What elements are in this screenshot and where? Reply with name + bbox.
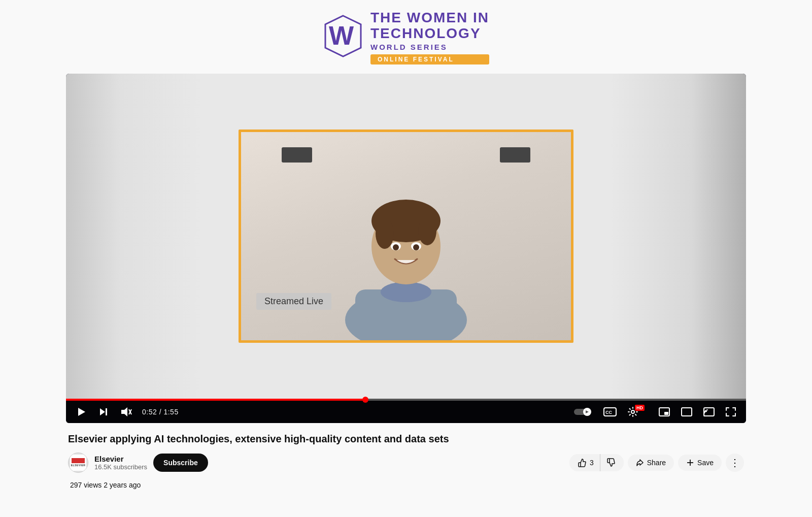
- save-icon: [686, 459, 694, 467]
- cc-icon: CC: [603, 407, 617, 417]
- logo-text-block: THE WOMEN IN TECHNOLOGY WORLD SERIES Onl…: [370, 10, 489, 64]
- elsevier-logo-top: [72, 458, 85, 463]
- svg-rect-28: [682, 408, 692, 416]
- cast-button[interactable]: [701, 405, 717, 418]
- svg-marker-15: [100, 408, 105, 415]
- view-count-text: 297 views 2 years ago: [70, 481, 141, 489]
- time-display: 0:52 / 1:55: [142, 408, 179, 416]
- hd-badge: HD: [635, 405, 645, 411]
- svg-rect-16: [106, 408, 107, 415]
- next-button[interactable]: [96, 405, 111, 419]
- logo-title-line2: TECHNOLOGY: [370, 26, 489, 42]
- save-button[interactable]: Save: [678, 455, 722, 471]
- svg-text:W: W: [329, 21, 354, 50]
- svg-marker-17: [121, 407, 127, 416]
- theater-icon: [681, 407, 692, 416]
- share-icon: [636, 459, 644, 467]
- more-options-button[interactable]: ⋮: [726, 454, 744, 472]
- theater-button[interactable]: [679, 405, 694, 418]
- share-button[interactable]: Share: [628, 455, 674, 471]
- thumbs-up-icon: [578, 458, 587, 467]
- mute-icon: [121, 407, 132, 417]
- logo-title-line1: THE WOMEN IN: [370, 10, 489, 26]
- progress-dot: [362, 397, 368, 403]
- channel-name: Elsevier: [94, 455, 147, 463]
- more-options-icon: ⋮: [730, 457, 740, 469]
- svg-point-12: [393, 244, 399, 250]
- autoplay-button[interactable]: [572, 405, 594, 419]
- next-icon: [98, 407, 109, 417]
- video-info: Elsevier applying AI technologies, exten…: [66, 423, 746, 496]
- streamed-live-badge: Streamed Live: [256, 293, 331, 310]
- ceiling-light-left: [282, 147, 312, 163]
- mute-button[interactable]: [119, 405, 134, 419]
- video-person-area: Streamed Live: [241, 132, 571, 340]
- video-controls: 0:52 / 1:55: [66, 399, 746, 423]
- logo-subtitle: WORLD SERIES: [370, 42, 489, 52]
- svg-point-25: [631, 410, 634, 413]
- video-inner-frame: Streamed Live: [239, 130, 573, 343]
- subscribe-button[interactable]: Subscribe: [153, 454, 208, 472]
- play-button[interactable]: [74, 405, 88, 419]
- progress-bar-fill: [66, 399, 365, 401]
- video-background: Streamed Live: [66, 74, 746, 399]
- video-title: Elsevier applying AI technologies, exten…: [68, 432, 744, 445]
- channel-subs: 16.5K subscribers: [94, 463, 147, 471]
- svg-point-13: [413, 244, 419, 250]
- share-label: Share: [647, 459, 666, 467]
- fullscreen-button[interactable]: [724, 405, 738, 418]
- elsevier-logo-text: ELSEVIER: [71, 464, 86, 467]
- svg-text:CC: CC: [605, 410, 612, 415]
- page-wrapper: W THE WOMEN IN TECHNOLOGY WORLD SERIES O…: [66, 0, 746, 516]
- action-buttons: 3 Share: [569, 454, 744, 472]
- video-stats: 297 views 2 years ago: [68, 478, 744, 492]
- save-label: Save: [697, 459, 714, 467]
- svg-point-8: [376, 218, 394, 249]
- logo-w-icon: W: [323, 13, 363, 61]
- svg-rect-27: [664, 412, 668, 415]
- svg-marker-14: [78, 408, 85, 416]
- ceiling-light-right: [500, 147, 530, 163]
- controls-left: 0:52 / 1:55: [74, 405, 179, 419]
- channel-info: ELSEVIER Elsevier 16.5K subscribers Subs…: [68, 453, 208, 473]
- channel-row: ELSEVIER Elsevier 16.5K subscribers Subs…: [68, 453, 744, 473]
- logo-badge: Online Festival: [370, 54, 489, 64]
- controls-bar: 0:52 / 1:55: [66, 401, 746, 423]
- video-player[interactable]: Streamed Live: [66, 74, 746, 423]
- play-icon: [76, 407, 86, 417]
- cast-icon: [703, 407, 715, 416]
- thumbs-down-icon: [606, 458, 616, 467]
- cc-button[interactable]: CC: [601, 405, 619, 419]
- elsevier-logo: ELSEVIER: [70, 454, 87, 471]
- progress-bar[interactable]: [66, 399, 746, 401]
- like-button[interactable]: 3: [569, 454, 600, 471]
- svg-point-5: [381, 282, 431, 302]
- svg-point-9: [418, 217, 436, 245]
- fullscreen-icon: [726, 407, 736, 416]
- miniplayer-icon: [659, 407, 670, 416]
- logo-area: W THE WOMEN IN TECHNOLOGY WORLD SERIES O…: [66, 10, 746, 64]
- autoplay-icon: [574, 407, 592, 417]
- person-silhouette: [325, 147, 487, 340]
- like-dislike-group: 3: [569, 454, 624, 471]
- dislike-button[interactable]: [600, 454, 624, 471]
- like-count: 3: [590, 459, 594, 467]
- settings-button[interactable]: HD: [626, 405, 650, 419]
- controls-right: CC HD: [572, 405, 738, 419]
- channel-avatar[interactable]: ELSEVIER: [68, 453, 88, 473]
- miniplayer-button[interactable]: [657, 405, 672, 418]
- channel-text-block: Elsevier 16.5K subscribers: [94, 455, 147, 471]
